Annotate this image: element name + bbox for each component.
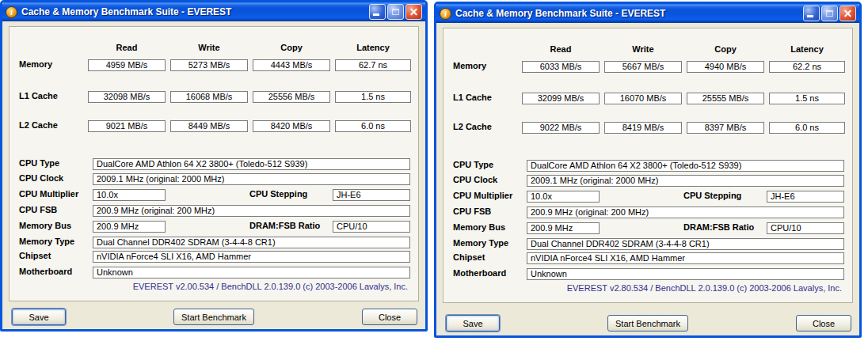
l2-copy-value: 8420 MB/s [253,120,330,132]
field-label-cpu-multiplier: CPU Multiplier [19,189,78,199]
column-header-latency: Latency [335,43,411,52]
l2-copy-value: 8397 MB/s [687,122,764,134]
l1-copy-value: 25556 MB/s [253,91,330,103]
l1-latency-value: 1.5 ns [335,91,411,103]
maximize-button[interactable] [821,6,838,21]
field-label-cpu-clock: CPU Clock [19,173,63,183]
cpu-clock-value: 2009.1 MHz (original: 2000 MHz) [527,175,844,187]
l1-read-value: 32099 MB/s [522,93,600,104]
close-dialog-button[interactable]: Close [796,315,851,332]
l2-write-value: 8419 MB/s [604,122,682,134]
l2-latency-value: 6.0 ns [769,122,845,134]
field-label-cpu-type: CPU Type [453,160,493,169]
memory-latency-value: 62.7 ns [335,59,411,71]
l1-latency-value: 1.5 ns [769,93,845,104]
start-benchmark-button[interactable]: Start Benchmark [607,315,688,332]
column-header-read: Read [522,44,600,54]
maximize-button[interactable] [387,4,404,20]
l1-write-value: 16068 MB/s [170,91,248,103]
memory-latency-value: 62.2 ns [769,61,845,73]
field-label-cpu-stepping: CPU Stepping [249,189,307,199]
field-label-motherboard: Motherboard [19,267,72,276]
field-label-cpu-type: CPU Type [19,158,59,168]
field-label-cpu-clock: CPU Clock [453,175,497,184]
l2-read-value: 9022 MB/s [522,122,600,134]
cpu-stepping-value: JH-E6 [767,191,844,203]
benchmark-window: i Cache & Memory Benchmark Suite - EVERE… [0,0,428,332]
save-button[interactable]: Save [446,315,500,332]
field-label-cpu-multiplier: CPU Multiplier [453,191,512,200]
row-label-memory: Memory [19,59,52,69]
start-benchmark-button[interactable]: Start Benchmark [173,309,254,325]
memory-write-value: 5667 MB/s [604,61,682,73]
row-label-memory: Memory [453,61,486,70]
title-bar[interactable]: i Cache & Memory Benchmark Suite - EVERE… [436,4,859,23]
dram-fsb-ratio-value: CPU/10 [333,221,410,233]
memory-read-value: 4959 MB/s [88,59,166,71]
dialog-client-area: Read Write Copy Latency Memory 6033 MB/s… [436,23,859,335]
memory-read-value: 6033 MB/s [522,61,600,73]
dram-fsb-ratio-value: CPU/10 [767,222,844,234]
save-button[interactable]: Save [12,309,66,325]
field-label-dram-fsb-ratio: DRAM:FSB Ratio [249,221,320,230]
field-label-memory-bus: Memory Bus [453,222,505,232]
cpu-multiplier-value: 10.0x [93,189,166,201]
chipset-value: nVIDIA nForce4 SLI X16, AMD Hammer [93,251,410,263]
l1-read-value: 32098 MB/s [88,91,166,103]
row-label-l1-cache: L1 Cache [453,93,492,102]
maximize-icon [826,10,833,17]
memory-bus-value: 200.9 MHz [527,222,600,234]
field-label-cpu-fsb: CPU FSB [19,205,57,214]
cpu-type-value: DualCore AMD Athlon 64 X2 3800+ (Toledo-… [93,158,410,170]
minimize-button[interactable] [369,4,386,20]
info-icon: i [440,8,451,20]
column-header-latency: Latency [769,44,845,54]
field-label-memory-bus: Memory Bus [19,221,71,230]
results-panel: Read Write Copy Latency Memory 6033 MB/s… [443,28,853,303]
cpu-multiplier-value: 10.0x [527,191,600,203]
close-dialog-button[interactable]: Close [362,309,417,325]
column-header-write: Write [604,44,682,54]
minimize-button[interactable] [803,6,820,21]
cpu-fsb-value: 200.9 MHz (original: 200 MHz) [527,206,844,218]
close-button[interactable] [405,4,422,20]
l2-write-value: 8449 MB/s [170,120,248,132]
chipset-value: nVIDIA nForce4 SLI X16, AMD Hammer [527,252,844,264]
cpu-stepping-value: JH-E6 [333,189,410,201]
field-label-memory-type: Memory Type [453,238,508,248]
row-label-l2-cache: L2 Cache [453,122,492,131]
memory-write-value: 5273 MB/s [170,59,248,71]
info-icon: i [6,6,17,18]
memory-copy-value: 4443 MB/s [253,59,330,71]
l1-write-value: 16070 MB/s [604,93,682,104]
field-label-memory-type: Memory Type [19,237,74,246]
minimize-icon [373,13,379,16]
column-header-write: Write [170,43,248,52]
motherboard-value: Unknown [527,268,844,280]
l2-read-value: 9021 MB/s [88,120,166,132]
column-header-copy: Copy [253,43,330,52]
row-label-l1-cache: L1 Cache [19,91,58,100]
field-label-chipset: Chipset [453,252,485,262]
column-header-read: Read [88,43,166,52]
results-panel: Read Write Copy Latency Memory 4959 MB/s… [9,26,419,301]
title-bar[interactable]: i Cache & Memory Benchmark Suite - EVERE… [2,2,425,21]
field-label-chipset: Chipset [19,251,51,260]
version-footer: EVEREST v2.80.534 / BenchDLL 2.0.139.0 (… [567,283,842,293]
maximize-icon [392,9,399,15]
motherboard-value: Unknown [93,267,410,278]
close-button[interactable] [839,6,856,21]
cpu-clock-value: 2009.1 MHz (original: 2000 MHz) [93,173,410,185]
window-title: Cache & Memory Benchmark Suite - EVEREST [455,8,801,19]
cpu-type-value: DualCore AMD Athlon 64 X2 3800+ (Toledo-… [527,160,844,172]
field-label-dram-fsb-ratio: DRAM:FSB Ratio [683,222,754,232]
version-footer: EVEREST v2.00.534 / BenchDLL 2.0.139.0 (… [133,282,408,291]
l1-copy-value: 25555 MB/s [687,93,764,104]
field-label-cpu-stepping: CPU Stepping [683,191,741,200]
field-label-cpu-fsb: CPU FSB [453,206,491,216]
dialog-client-area: Read Write Copy Latency Memory 4959 MB/s… [2,21,425,329]
benchmark-window: i Cache & Memory Benchmark Suite - EVERE… [434,2,862,338]
column-header-copy: Copy [687,44,764,54]
l2-latency-value: 6.0 ns [335,120,411,132]
window-title: Cache & Memory Benchmark Suite - EVEREST [21,6,367,17]
